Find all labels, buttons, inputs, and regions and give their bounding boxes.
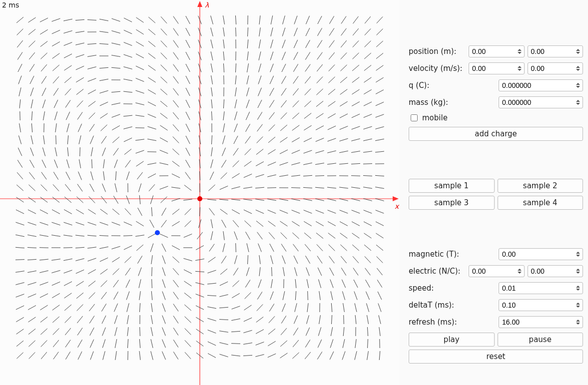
electric-x-input[interactable] [469,265,525,277]
svg-line-97 [17,52,22,59]
stepper-icon[interactable] [516,63,523,73]
add-charge-button[interactable]: add charge [409,127,583,141]
svg-line-148 [259,63,261,72]
svg-line-53 [236,27,236,36]
svg-line-602 [136,245,143,251]
svg-line-562 [27,235,36,236]
svg-line-67 [29,41,35,47]
mobile-checkbox[interactable]: mobile [409,113,583,123]
stepper-icon[interactable] [516,46,523,56]
stepper-icon[interactable] [575,63,582,73]
stepper-icon[interactable] [575,317,582,327]
sample-2-button[interactable]: sample 2 [498,179,584,193]
positive-charge-dot[interactable] [197,196,202,201]
svg-line-726 [139,291,140,300]
svg-line-891 [255,355,264,357]
refresh-input[interactable] [499,316,583,328]
svg-line-743 [342,291,345,300]
svg-line-818 [127,327,128,336]
svg-line-534 [63,222,72,225]
deltat-input[interactable] [499,299,583,311]
play-button[interactable]: play [409,333,495,347]
svg-line-525 [328,210,336,213]
svg-line-171 [160,77,167,83]
svg-line-640 [221,256,226,263]
svg-line-103 [87,55,96,57]
svg-line-386 [136,161,144,166]
svg-line-294 [147,126,156,129]
svg-line-652 [365,256,371,263]
stepper-icon[interactable] [575,80,582,90]
mass-input[interactable] [499,96,583,108]
svg-line-305 [280,125,287,131]
svg-line-7 [52,18,60,21]
electric-y-input[interactable] [528,265,584,277]
sample-1-button[interactable]: sample 1 [409,179,495,193]
svg-line-653 [377,257,383,263]
stepper-icon[interactable] [575,46,582,56]
svg-line-246 [316,101,323,106]
stepper-icon[interactable] [575,266,582,276]
svg-line-724 [114,292,118,300]
elapsed-time-label: 2 ms [2,1,19,9]
svg-line-280 [352,114,360,117]
sample-4-button[interactable]: sample 4 [498,196,584,210]
svg-line-403 [339,163,348,164]
stepper-icon[interactable] [575,283,582,293]
svg-line-9 [75,19,84,20]
svg-line-830 [268,329,275,334]
position-x-input[interactable] [469,45,525,57]
svg-line-269 [223,111,224,120]
svg-line-628 [75,259,84,261]
magnetic-input[interactable] [499,248,583,260]
position-y-input[interactable] [528,45,584,57]
charge-q-input[interactable] [499,79,583,91]
svg-line-161 [41,76,46,84]
svg-line-440 [41,185,47,191]
svg-line-803 [319,315,321,324]
svg-line-296 [173,124,179,131]
svg-line-137 [123,67,132,69]
stepper-icon[interactable] [575,97,582,107]
svg-line-420 [172,174,180,178]
svg-line-249 [352,102,360,106]
svg-line-243 [281,100,286,107]
svg-line-464 [327,187,336,188]
svg-line-584 [292,233,299,239]
svg-line-577 [211,231,213,240]
svg-line-288 [78,124,81,132]
svg-line-240 [246,100,249,108]
svg-line-326 [160,138,168,142]
svg-line-446 [115,183,117,192]
svg-line-193 [53,88,58,96]
svg-line-337 [292,138,300,142]
reset-button[interactable]: reset [409,350,583,364]
svg-line-389 [172,161,179,167]
svg-line-332 [234,136,238,144]
svg-line-213 [293,88,298,95]
velocity-y-input[interactable] [528,62,584,74]
stepper-icon[interactable] [516,266,523,276]
svg-line-792 [185,317,191,323]
svg-line-85 [247,39,248,48]
negative-charge-dot[interactable] [155,230,160,235]
velocity-x-input[interactable] [469,62,525,74]
svg-line-117 [259,51,261,60]
sample-3-button[interactable]: sample 3 [409,196,495,210]
pause-button[interactable]: pause [498,333,584,347]
svg-line-355 [135,150,144,153]
speed-input[interactable] [499,282,583,294]
svg-line-303 [257,124,263,131]
svg-line-145 [223,63,224,72]
svg-line-720 [64,293,72,298]
svg-line-888 [219,354,228,357]
field-canvas[interactable]: 2 ms x λ [0,0,400,385]
svg-line-235 [186,100,190,108]
svg-line-197 [99,90,108,93]
svg-line-876 [78,352,82,360]
stepper-icon[interactable] [575,249,582,259]
svg-line-404 [351,163,360,164]
svg-line-57 [282,27,285,36]
svg-line-196 [88,90,96,94]
stepper-icon[interactable] [575,300,582,310]
